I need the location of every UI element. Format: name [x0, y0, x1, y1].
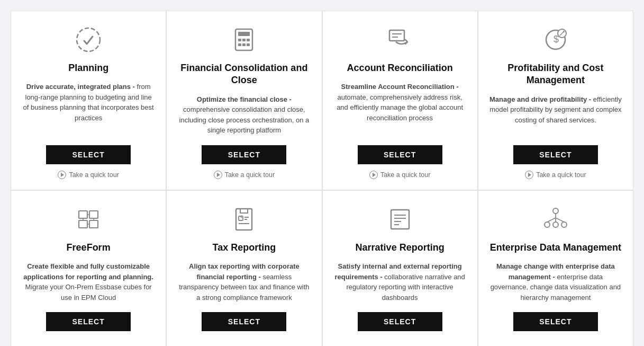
svg-line-43 — [556, 218, 564, 222]
select-button-planning[interactable]: SELECT — [46, 145, 131, 164]
svg-rect-5 — [247, 39, 250, 41]
play-icon — [214, 171, 222, 179]
card-icon-planning — [75, 24, 102, 56]
svg-rect-21 — [79, 220, 87, 228]
tour-link-planning[interactable]: Take a quick tour — [58, 171, 119, 179]
tour-label-financial-consolidation: Take a quick tour — [225, 171, 275, 179]
card-profitability: $ Profitability and Cost Management Mana… — [478, 11, 633, 190]
tour-link-financial-consolidation[interactable]: Take a quick tour — [214, 171, 275, 179]
card-title-financial-consolidation: Financial Consolidation and Close — [177, 62, 311, 87]
svg-point-38 — [545, 222, 550, 227]
tour-label-profitability: Take a quick tour — [536, 171, 586, 179]
card-tax-reporting: Tax Reporting Align tax reporting with c… — [166, 190, 322, 346]
select-button-freeform[interactable]: SELECT — [46, 312, 131, 331]
card-title-freeform: FreeForm — [67, 242, 111, 254]
svg-point-37 — [553, 208, 558, 214]
card-icon-tax-reporting — [230, 203, 258, 235]
tour-link-profitability[interactable]: Take a quick tour — [525, 171, 586, 179]
product-grid: Planning Drive accurate, integrated plan… — [0, 0, 644, 346]
svg-rect-8 — [247, 43, 250, 46]
play-icon — [369, 171, 378, 179]
card-desc-tax-reporting: Align tax reporting with corporate finan… — [177, 261, 311, 303]
card-desc-financial-consolidation: Optimize the financial close - comprehen… — [177, 94, 311, 136]
select-button-profitability[interactable]: SELECT — [513, 145, 598, 164]
select-button-narrative-reporting[interactable]: SELECT — [358, 312, 442, 331]
tour-label-planning: Take a quick tour — [69, 171, 119, 179]
card-title-profitability: Profitability and Cost Management — [489, 62, 622, 87]
play-icon — [58, 171, 66, 179]
svg-point-0 — [77, 28, 100, 51]
svg-rect-22 — [89, 220, 98, 228]
card-narrative-reporting: Narrative Reporting Satisfy internal and… — [322, 190, 478, 346]
select-button-tax-reporting[interactable]: SELECT — [202, 312, 286, 331]
card-icon-financial-consolidation — [230, 24, 258, 56]
select-button-financial-consolidation[interactable]: SELECT — [202, 145, 286, 164]
svg-rect-6 — [238, 43, 241, 46]
card-desc-enterprise-data: Manage change with enterprise data manag… — [489, 261, 622, 303]
card-title-planning: Planning — [68, 62, 108, 74]
card-icon-narrative-reporting — [386, 203, 414, 235]
card-icon-freeform — [75, 203, 102, 235]
card-freeform: FreeForm Create flexible and fully custo… — [11, 190, 166, 346]
card-icon-profitability: $ — [542, 24, 569, 56]
svg-rect-19 — [79, 211, 87, 218]
card-financial-consolidation: Financial Consolidation and Close Optimi… — [166, 11, 322, 190]
card-icon-account-reconciliation — [386, 24, 414, 56]
select-button-enterprise-data[interactable]: SELECT — [513, 312, 598, 331]
svg-rect-4 — [242, 39, 246, 41]
tour-link-account-reconciliation[interactable]: Take a quick tour — [369, 171, 431, 179]
card-desc-narrative-reporting: Satisfy internal and external reporting … — [333, 261, 467, 303]
svg-rect-7 — [242, 43, 246, 46]
card-title-narrative-reporting: Narrative Reporting — [356, 242, 445, 254]
svg-rect-3 — [238, 39, 241, 41]
tour-label-account-reconciliation: Take a quick tour — [380, 171, 431, 179]
card-title-account-reconciliation: Account Reconciliation — [347, 62, 453, 74]
card-enterprise-data: Enterprise Data Management Manage change… — [478, 190, 633, 346]
card-account-reconciliation: Account Reconciliation Streamline Accoun… — [322, 11, 478, 190]
svg-line-42 — [547, 218, 556, 222]
card-title-tax-reporting: Tax Reporting — [213, 242, 276, 254]
card-desc-freeform: Create flexible and fully customizable a… — [22, 261, 155, 303]
card-planning: Planning Drive accurate, integrated plan… — [11, 11, 166, 190]
svg-rect-2 — [238, 32, 250, 36]
svg-rect-32 — [391, 210, 409, 229]
svg-rect-20 — [89, 211, 98, 218]
select-button-account-reconciliation[interactable]: SELECT — [358, 145, 442, 164]
card-desc-profitability: Manage and drive profitability - efficie… — [489, 94, 622, 136]
svg-rect-9 — [389, 30, 404, 41]
card-desc-planning: Drive accurate, integrated plans - from … — [22, 82, 155, 135]
card-desc-account-reconciliation: Streamline Account Reconciliation - auto… — [333, 82, 467, 135]
svg-point-40 — [561, 222, 567, 227]
card-title-enterprise-data: Enterprise Data Management — [490, 242, 621, 254]
svg-point-39 — [553, 222, 558, 227]
play-icon — [525, 171, 533, 179]
card-icon-enterprise-data — [542, 203, 569, 235]
